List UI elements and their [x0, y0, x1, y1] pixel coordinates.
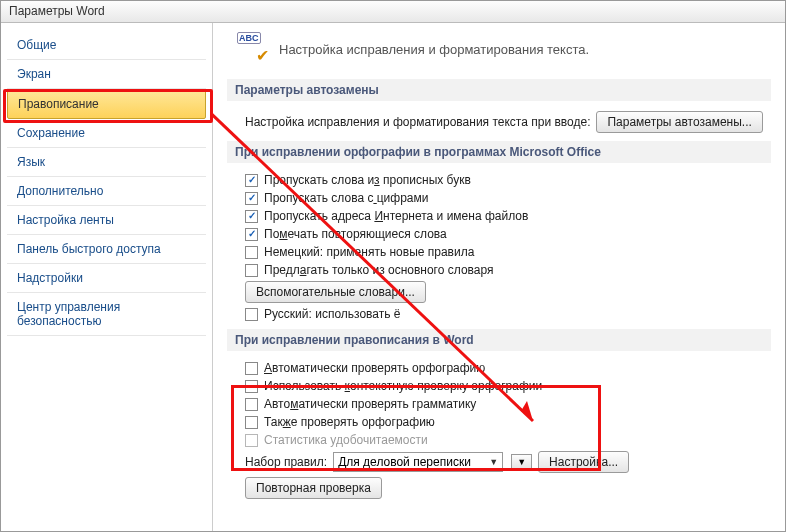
word-check-checkbox-1[interactable] — [245, 380, 258, 393]
office-check-row-0: Пропускать слова из прописных букв — [245, 173, 771, 187]
proofing-icon: ABC✔ — [237, 33, 269, 65]
word-check-row-2: Автоматически проверять грамматику — [245, 397, 771, 411]
sidebar-item-general[interactable]: Общие — [7, 31, 206, 60]
category-sidebar: Общие Экран Правописание Сохранение Язык… — [1, 23, 213, 531]
window-body: Общие Экран Правописание Сохранение Язык… — [1, 23, 785, 531]
word-check-label-2: Автоматически проверять грамматику — [264, 397, 476, 411]
office-check-checkbox-0[interactable] — [245, 174, 258, 187]
readability-label: Статистика удобочитаемости — [264, 433, 428, 447]
sidebar-item-language[interactable]: Язык — [7, 148, 206, 177]
word-check-row-0: Автоматически проверять орфографию — [245, 361, 771, 375]
word-check-label-1: Использовать контекстную проверку орфогр… — [264, 379, 542, 393]
autocorrect-row: Настройка исправления и форматирования т… — [245, 111, 771, 133]
office-check-label-0: Пропускать слова из прописных букв — [264, 173, 471, 187]
office-check-row-1: Пропускать слова с цифрами — [245, 191, 771, 205]
readability-row: Статистика удобочитаемости — [245, 433, 771, 447]
sidebar-item-ribbon[interactable]: Настройка ленты — [7, 206, 206, 235]
word-check-checkbox-2[interactable] — [245, 398, 258, 411]
word-check-checkbox-3[interactable] — [245, 416, 258, 429]
office-check-checkbox-1[interactable] — [245, 192, 258, 205]
office-check-row-5: Предлагать только из основного словаря — [245, 263, 771, 277]
custom-dictionaries-button[interactable]: Вспомогательные словари... — [245, 281, 426, 303]
page-header: ABC✔ Настройка исправления и форматирова… — [237, 33, 771, 65]
office-check-checkbox-5[interactable] — [245, 264, 258, 277]
rules-settings-button[interactable]: Настройка... — [538, 451, 629, 473]
office-check-label-4: Немецкий: применять новые правила — [264, 245, 474, 259]
office-check-label-1: Пропускать слова с цифрами — [264, 191, 429, 205]
autocorrect-options-button[interactable]: Параметры автозамены... — [596, 111, 762, 133]
word-check-row-1: Использовать контекстную проверку орфогр… — [245, 379, 771, 393]
office-check-row-2: Пропускать адреса Интернета и имена файл… — [245, 209, 771, 223]
readability-checkbox[interactable] — [245, 434, 258, 447]
page-subtitle: Настройка исправления и форматирования т… — [279, 42, 589, 57]
rules-dropdown-button[interactable]: ▼ — [511, 454, 532, 470]
sidebar-item-addins[interactable]: Надстройки — [7, 264, 206, 293]
word-check-label-0: Автоматически проверять орфографию — [264, 361, 485, 375]
rules-select[interactable]: Для деловой переписки ▼ — [333, 452, 503, 472]
russian-yo-label: Русский: использовать ё — [264, 307, 401, 321]
section-office-title: При исправлении орфографии в программах … — [227, 141, 771, 163]
sidebar-item-screen[interactable]: Экран — [7, 60, 206, 89]
sidebar-item-proofing[interactable]: Правописание — [7, 89, 206, 119]
sidebar-item-save[interactable]: Сохранение — [7, 119, 206, 148]
word-check-label-3: Также проверять орфографию — [264, 415, 435, 429]
office-check-checkbox-4[interactable] — [245, 246, 258, 259]
office-check-row-4: Немецкий: применять новые правила — [245, 245, 771, 259]
section-autocorrect-title: Параметры автозамены — [227, 79, 771, 101]
sidebar-item-trust-center[interactable]: Центр управления безопасностью — [7, 293, 206, 336]
recheck-button[interactable]: Повторная проверка — [245, 477, 382, 499]
word-check-row-3: Также проверять орфографию — [245, 415, 771, 429]
window-title: Параметры Word — [1, 1, 785, 23]
word-check-checkbox-0[interactable] — [245, 362, 258, 375]
rules-select-value: Для деловой переписки — [338, 455, 471, 469]
office-check-checkbox-3[interactable] — [245, 228, 258, 241]
rules-row: Набор правил: Для деловой переписки ▼ ▼ … — [245, 451, 771, 473]
options-window: Параметры Word Общие Экран Правописание … — [0, 0, 786, 532]
office-check-label-2: Пропускать адреса Интернета и имена файл… — [264, 209, 528, 223]
office-check-label-3: Помечать повторяющиеся слова — [264, 227, 447, 241]
office-check-row-3: Помечать повторяющиеся слова — [245, 227, 771, 241]
chevron-down-icon: ▼ — [489, 457, 498, 467]
russian-yo-row: Русский: использовать ё — [245, 307, 771, 321]
content-panel: ABC✔ Настройка исправления и форматирова… — [213, 23, 785, 531]
autocorrect-desc: Настройка исправления и форматирования т… — [245, 115, 590, 129]
office-check-label-5: Предлагать только из основного словаря — [264, 263, 494, 277]
russian-yo-checkbox[interactable] — [245, 308, 258, 321]
section-word-title: При исправлении правописания в Word — [227, 329, 771, 351]
sidebar-item-qat[interactable]: Панель быстрого доступа — [7, 235, 206, 264]
sidebar-item-advanced[interactable]: Дополнительно — [7, 177, 206, 206]
office-check-checkbox-2[interactable] — [245, 210, 258, 223]
rules-label: Набор правил: — [245, 455, 327, 469]
